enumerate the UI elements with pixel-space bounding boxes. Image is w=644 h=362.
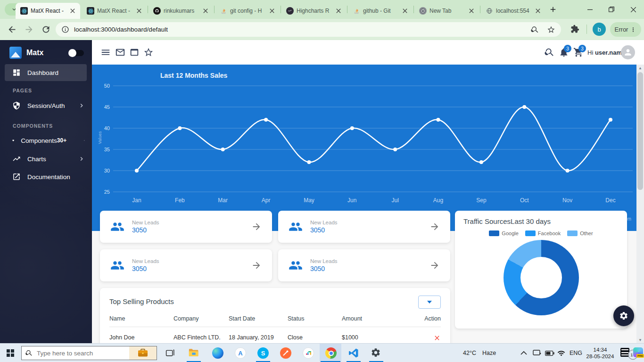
temperature-text[interactable]: 42°C (463, 350, 476, 356)
window-icon[interactable] (129, 47, 140, 58)
start-button[interactable] (7, 349, 14, 357)
back-button[interactable] (7, 25, 17, 34)
chrome-icon[interactable] (325, 347, 337, 359)
scroll-down-arrow[interactable]: ▼ (636, 337, 644, 343)
address-bar[interactable]: localhost:3000/dashboard/default (56, 22, 561, 37)
minimize-button[interactable] (579, 0, 601, 19)
arrow-forward-icon[interactable] (251, 222, 262, 232)
browser-tab-github-git[interactable]: github - Git (348, 3, 413, 19)
taskbar-search-box[interactable] (21, 346, 157, 360)
app-store-icon[interactable]: A (235, 347, 246, 359)
bookmark-icon[interactable] (547, 25, 555, 34)
stat-card-new-leads-1[interactable]: New Leads3050 (100, 211, 272, 243)
edge-icon[interactable] (212, 347, 223, 359)
sidebar-item-dashboard[interactable]: Dashboard (5, 64, 87, 81)
browser-tab-strip: MatX React - MatX React - rinkukumars gi… (0, 0, 644, 19)
sidebar-item-label: Charts (27, 156, 66, 163)
sidebar-item-documentation[interactable]: Documentation (0, 168, 92, 185)
vscode-icon[interactable] (348, 347, 359, 359)
tab-close-icon[interactable] (135, 7, 143, 15)
browser-tab-github-profile[interactable]: rinkukumars (149, 3, 213, 19)
browser-menu-icon[interactable] (630, 26, 636, 33)
svg-text:Mar: Mar (218, 197, 228, 204)
arrow-forward-icon[interactable] (251, 260, 262, 271)
star-icon[interactable] (143, 47, 154, 58)
reload-button[interactable] (41, 25, 51, 34)
top-selling-products-card: Top Selling Products Name Company Start … (100, 288, 450, 343)
stat-card-new-leads-2[interactable]: New Leads3050 (278, 211, 450, 243)
wifi-icon[interactable] (557, 349, 565, 357)
tray-device-icon[interactable] (533, 350, 541, 356)
sidebar-toggle-switch[interactable] (70, 50, 84, 56)
tab-close-icon[interactable] (401, 7, 409, 15)
sidebar-item-session-auth[interactable]: Session/Auth (0, 97, 92, 114)
browser-tab-git-config[interactable]: git config - H (215, 3, 280, 19)
chart-title: Last 12 Months Sales (160, 72, 227, 79)
stat-card-new-leads-3[interactable]: New Leads3050 (100, 249, 272, 281)
page-scrollbar[interactable]: ▲ ▼ (636, 65, 644, 343)
task-view-icon[interactable] (165, 348, 175, 358)
tab-title: github - Git (363, 8, 398, 14)
menu-icon[interactable] (100, 47, 111, 58)
file-explorer-icon[interactable] (188, 347, 199, 359)
browser-tab-matx-2[interactable]: MatX React - (82, 3, 147, 19)
close-window-button[interactable] (622, 0, 644, 19)
briefcase-icon (138, 349, 148, 357)
brand-row: Matx (9, 47, 84, 59)
windows-taskbar: A S b 1 42°C Haze ENG 14:34 28-05-2024 1… (0, 343, 644, 362)
tab-separator (281, 6, 281, 13)
tab-close-icon[interactable] (534, 7, 542, 15)
postman-icon[interactable] (280, 347, 291, 359)
table-divider (109, 327, 441, 327)
battery-icon[interactable] (545, 351, 554, 356)
delete-row-icon[interactable] (433, 334, 441, 342)
table-header-row: Name Company Start Date Status Amount Ac… (109, 315, 441, 322)
profile-button[interactable]: Error (610, 22, 641, 37)
scrollbar-thumb[interactable] (637, 72, 643, 190)
legend-swatch (567, 230, 578, 236)
tab-close-icon[interactable] (202, 7, 209, 15)
sidebar-item-components[interactable]: Components 30+ (0, 132, 92, 149)
svg-text:Nov: Nov (562, 197, 572, 204)
browser-tab-matx-1[interactable]: MatX React - (16, 3, 80, 19)
tab-close-icon[interactable] (268, 7, 276, 15)
arrow-forward-icon[interactable] (429, 222, 440, 232)
table-filter-dropdown[interactable] (418, 296, 441, 309)
user-avatar[interactable] (621, 45, 635, 59)
browser-tab-highcharts[interactable]: Highcharts R (281, 3, 346, 19)
new-tab-button[interactable] (549, 5, 557, 14)
external-link-icon (12, 173, 21, 181)
svg-text:May: May (304, 197, 314, 204)
restore-button[interactable] (601, 0, 622, 19)
settings-fab[interactable] (613, 305, 634, 326)
taskbar-search-input[interactable] (37, 350, 129, 357)
heart-icon (12, 136, 14, 145)
search-icon[interactable] (545, 47, 555, 58)
weather-condition-text[interactable]: Haze (482, 350, 496, 356)
scroll-up-arrow[interactable]: ▲ (636, 65, 644, 71)
tab-title: localhost:554 (496, 8, 531, 14)
settings-icon[interactable] (371, 347, 382, 359)
stat-card-new-leads-4[interactable]: New Leads3050 (278, 249, 450, 281)
browser-avatar[interactable]: b (593, 23, 606, 36)
tab-close-icon[interactable] (69, 7, 76, 15)
tab-close-icon[interactable] (468, 7, 475, 15)
mail-icon[interactable] (115, 47, 125, 58)
language-indicator[interactable]: ENG (570, 350, 582, 356)
people-icon (289, 258, 303, 272)
forward-button[interactable] (24, 25, 34, 34)
site-info-icon[interactable] (61, 25, 69, 33)
taskbar-clock[interactable]: 14:34 28-05-2024 (583, 346, 618, 360)
browser-tab-new-tab[interactable]: New Tab (414, 3, 479, 19)
skype-icon[interactable]: S (257, 347, 269, 359)
arrow-forward-icon[interactable] (429, 260, 440, 271)
zoom-icon[interactable] (531, 25, 539, 34)
sidebar-item-charts[interactable]: Charts (0, 150, 92, 167)
tray-chevron-icon[interactable] (520, 351, 527, 355)
tab-close-icon[interactable] (335, 7, 342, 15)
briefcase-slot[interactable] (129, 346, 157, 360)
copilot-pre-badge: PRE (636, 354, 644, 358)
browser-tab-localhost[interactable]: localhost:554 (481, 3, 545, 19)
extensions-icon[interactable] (570, 25, 579, 33)
slack-icon[interactable] (303, 347, 314, 359)
